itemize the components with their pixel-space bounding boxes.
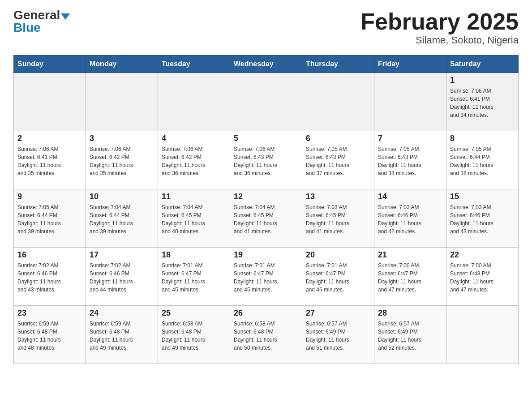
day-info: Sunrise: 7:00 AM Sunset: 6:47 PM Dayligh… <box>378 261 442 294</box>
day-info: Sunrise: 6:59 AM Sunset: 6:48 PM Dayligh… <box>17 320 82 352</box>
calendar-cell: 22Sunrise: 7:00 AM Sunset: 6:48 PM Dayli… <box>446 248 519 306</box>
day-info: Sunrise: 7:04 AM Sunset: 6:44 PM Dayligh… <box>90 203 154 235</box>
day-number: 28 <box>378 308 442 318</box>
calendar-cell: 12Sunrise: 7:04 AM Sunset: 6:45 PM Dayli… <box>230 189 302 248</box>
day-info: Sunrise: 7:05 AM Sunset: 6:43 PM Dayligh… <box>306 145 370 177</box>
col-sunday: Sunday <box>14 56 86 73</box>
calendar-cell: 5Sunrise: 7:06 AM Sunset: 6:43 PM Daylig… <box>230 131 302 189</box>
calendar-cell: 18Sunrise: 7:01 AM Sunset: 6:47 PM Dayli… <box>158 248 230 306</box>
day-info: Sunrise: 7:01 AM Sunset: 6:47 PM Dayligh… <box>162 261 226 294</box>
day-number: 11 <box>162 192 226 201</box>
calendar-cell: 8Sunrise: 7:05 AM Sunset: 6:44 PM Daylig… <box>446 131 519 189</box>
day-number: 15 <box>450 192 515 201</box>
day-info: Sunrise: 7:04 AM Sunset: 6:45 PM Dayligh… <box>234 203 298 235</box>
calendar-week-1: 1Sunrise: 7:06 AM Sunset: 6:41 PM Daylig… <box>14 73 519 131</box>
calendar-cell <box>86 73 158 131</box>
day-number: 22 <box>450 250 515 260</box>
day-number: 17 <box>90 250 154 260</box>
calendar-cell <box>158 73 230 131</box>
day-number: 18 <box>162 250 226 260</box>
calendar-cell: 6Sunrise: 7:05 AM Sunset: 6:43 PM Daylig… <box>302 131 374 189</box>
calendar-cell <box>374 73 446 131</box>
day-number: 24 <box>90 308 154 318</box>
calendar-cell: 10Sunrise: 7:04 AM Sunset: 6:44 PM Dayli… <box>86 189 158 248</box>
calendar-cell: 11Sunrise: 7:04 AM Sunset: 6:45 PM Dayli… <box>158 189 230 248</box>
day-number: 1 <box>450 76 515 85</box>
calendar-week-3: 9Sunrise: 7:05 AM Sunset: 6:44 PM Daylig… <box>14 189 519 248</box>
page-header: General Blue February 2025 Silame, Sokot… <box>13 9 519 46</box>
col-monday: Monday <box>86 56 158 73</box>
col-wednesday: Wednesday <box>230 56 302 73</box>
day-number: 5 <box>234 134 298 143</box>
day-number: 23 <box>17 308 82 318</box>
calendar-cell <box>446 306 519 364</box>
calendar-cell: 27Sunrise: 6:57 AM Sunset: 6:49 PM Dayli… <box>302 306 374 364</box>
calendar-cell: 28Sunrise: 6:57 AM Sunset: 6:49 PM Dayli… <box>374 306 446 364</box>
calendar-cell: 14Sunrise: 7:03 AM Sunset: 6:46 PM Dayli… <box>374 189 446 248</box>
calendar-week-2: 2Sunrise: 7:06 AM Sunset: 6:41 PM Daylig… <box>14 131 519 189</box>
day-number: 7 <box>378 134 442 143</box>
day-info: Sunrise: 7:01 AM Sunset: 6:47 PM Dayligh… <box>306 261 370 294</box>
calendar-cell: 24Sunrise: 6:59 AM Sunset: 6:48 PM Dayli… <box>86 306 158 364</box>
day-number: 3 <box>90 134 154 143</box>
day-info: Sunrise: 7:05 AM Sunset: 6:43 PM Dayligh… <box>378 145 442 177</box>
calendar-cell <box>230 73 302 131</box>
col-tuesday: Tuesday <box>158 56 230 73</box>
day-info: Sunrise: 6:57 AM Sunset: 6:49 PM Dayligh… <box>378 320 442 352</box>
logo-triangle-icon <box>61 13 70 20</box>
day-number: 10 <box>90 192 154 201</box>
logo-general: General <box>13 8 60 22</box>
day-info: Sunrise: 6:58 AM Sunset: 6:48 PM Dayligh… <box>162 320 226 352</box>
page-subtitle: Silame, Sokoto, Nigeria <box>360 34 519 46</box>
calendar-cell: 4Sunrise: 7:06 AM Sunset: 6:42 PM Daylig… <box>158 131 230 189</box>
calendar-cell: 3Sunrise: 7:06 AM Sunset: 6:42 PM Daylig… <box>86 131 158 189</box>
calendar-week-4: 16Sunrise: 7:02 AM Sunset: 6:46 PM Dayli… <box>14 248 519 306</box>
calendar-cell: 21Sunrise: 7:00 AM Sunset: 6:47 PM Dayli… <box>374 248 446 306</box>
calendar-cell <box>14 73 86 131</box>
day-number: 2 <box>17 134 82 143</box>
day-info: Sunrise: 7:03 AM Sunset: 6:46 PM Dayligh… <box>450 203 515 235</box>
day-info: Sunrise: 7:06 AM Sunset: 6:41 PM Dayligh… <box>17 145 82 177</box>
day-info: Sunrise: 7:02 AM Sunset: 6:46 PM Dayligh… <box>90 261 154 294</box>
calendar-cell: 16Sunrise: 7:02 AM Sunset: 6:46 PM Dayli… <box>14 248 86 306</box>
day-number: 20 <box>306 250 370 260</box>
day-info: Sunrise: 7:00 AM Sunset: 6:48 PM Dayligh… <box>450 261 515 294</box>
day-info: Sunrise: 7:06 AM Sunset: 6:41 PM Dayligh… <box>450 87 515 119</box>
day-number: 21 <box>378 250 442 260</box>
day-info: Sunrise: 7:01 AM Sunset: 6:47 PM Dayligh… <box>234 261 298 294</box>
col-thursday: Thursday <box>302 56 374 73</box>
calendar-table: Sunday Monday Tuesday Wednesday Thursday… <box>13 55 519 364</box>
calendar-cell: 2Sunrise: 7:06 AM Sunset: 6:41 PM Daylig… <box>14 131 86 189</box>
day-info: Sunrise: 7:06 AM Sunset: 6:42 PM Dayligh… <box>162 145 226 177</box>
calendar-cell: 20Sunrise: 7:01 AM Sunset: 6:47 PM Dayli… <box>302 248 374 306</box>
calendar-cell <box>302 73 374 131</box>
calendar-cell: 15Sunrise: 7:03 AM Sunset: 6:46 PM Dayli… <box>446 189 519 248</box>
title-block: February 2025 Silame, Sokoto, Nigeria <box>360 9 519 46</box>
day-number: 9 <box>17 192 82 201</box>
day-info: Sunrise: 7:05 AM Sunset: 6:44 PM Dayligh… <box>17 203 82 235</box>
day-info: Sunrise: 7:06 AM Sunset: 6:43 PM Dayligh… <box>234 145 298 177</box>
day-number: 4 <box>162 134 226 143</box>
col-saturday: Saturday <box>446 56 519 73</box>
day-number: 8 <box>450 134 515 143</box>
day-number: 12 <box>234 192 298 201</box>
logo: General Blue <box>13 9 70 34</box>
page-title: February 2025 <box>360 9 519 34</box>
calendar-cell: 26Sunrise: 6:58 AM Sunset: 6:48 PM Dayli… <box>230 306 302 364</box>
calendar-body: 1Sunrise: 7:06 AM Sunset: 6:41 PM Daylig… <box>14 73 519 364</box>
calendar-cell: 7Sunrise: 7:05 AM Sunset: 6:43 PM Daylig… <box>374 131 446 189</box>
day-number: 14 <box>378 192 442 201</box>
day-info: Sunrise: 7:03 AM Sunset: 6:45 PM Dayligh… <box>306 203 370 235</box>
calendar-cell: 1Sunrise: 7:06 AM Sunset: 6:41 PM Daylig… <box>446 73 519 131</box>
calendar-cell: 19Sunrise: 7:01 AM Sunset: 6:47 PM Dayli… <box>230 248 302 306</box>
day-info: Sunrise: 7:06 AM Sunset: 6:42 PM Dayligh… <box>90 145 154 177</box>
day-info: Sunrise: 7:03 AM Sunset: 6:46 PM Dayligh… <box>378 203 442 235</box>
calendar-cell: 9Sunrise: 7:05 AM Sunset: 6:44 PM Daylig… <box>14 189 86 248</box>
day-info: Sunrise: 7:04 AM Sunset: 6:45 PM Dayligh… <box>162 203 226 235</box>
day-number: 27 <box>306 308 370 318</box>
day-info: Sunrise: 7:05 AM Sunset: 6:44 PM Dayligh… <box>450 145 515 177</box>
calendar-cell: 17Sunrise: 7:02 AM Sunset: 6:46 PM Dayli… <box>86 248 158 306</box>
day-info: Sunrise: 7:02 AM Sunset: 6:46 PM Dayligh… <box>17 261 82 294</box>
day-info: Sunrise: 6:59 AM Sunset: 6:48 PM Dayligh… <box>90 320 154 352</box>
day-number: 19 <box>234 250 298 260</box>
